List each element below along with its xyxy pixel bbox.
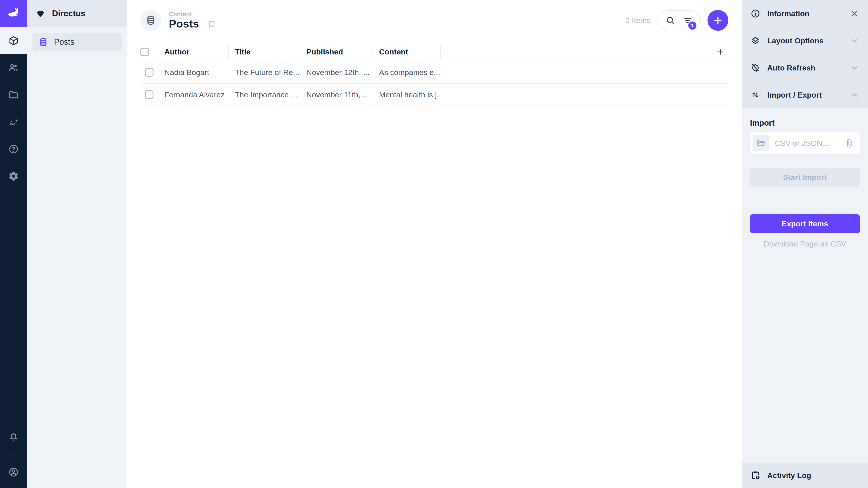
column-header-title[interactable]: Title [229,45,301,59]
user-circle-icon [8,467,19,478]
close-icon [849,8,860,19]
module-bar-divider [8,455,20,455]
search-button[interactable] [665,15,676,26]
select-all-cell [141,45,158,59]
chevron-down-icon [849,36,860,46]
import-heading: Import [750,119,860,127]
nav-sidebar: Directus Posts [27,0,127,488]
items-table: Author Title Published Content Nadia Bog… [141,43,729,106]
module-insights[interactable] [0,108,27,135]
sidebar-section-label: Auto Refresh [767,64,815,72]
title-block: Content Posts [169,11,199,30]
sidebar-item-posts[interactable]: Posts [32,33,122,51]
chevron-up-icon [849,90,860,100]
download-csv-link[interactable]: Download Page as CSV [750,239,860,248]
project-name: Directus [52,9,86,18]
plus-icon [716,47,725,57]
activity-log-label: Activity Log [767,471,811,480]
cell-title: The Importance ... [229,90,301,99]
collapse-section-control[interactable] [849,90,860,100]
cell-content: As companies e... [373,68,441,77]
sync-disabled-icon [750,63,761,73]
expand-section-control[interactable] [849,36,860,46]
search-filter-pill: 1 [657,10,701,30]
database-icon [146,15,156,26]
add-item-button[interactable] [708,10,728,31]
table-header-row: Author Title Published Content [141,43,729,61]
module-bar-spacer [0,190,27,424]
page-title: Posts [169,18,199,30]
cell-author: Nadia Bogart [158,68,229,77]
directus-logo-button[interactable] [0,0,27,27]
row-checkbox[interactable] [145,68,153,76]
user-menu-button[interactable] [0,459,27,486]
sidebar-section-layout-options[interactable]: Layout Options [742,27,868,54]
start-import-button[interactable]: Start Import [750,168,860,187]
table-row[interactable]: Fernanda Alvarez The Importance ... Nove… [141,84,729,106]
cell-published: November 12th, ... [301,68,373,77]
items-count: 2 Items [625,16,651,25]
row-select-cell [141,90,158,99]
chevron-down-icon [849,63,860,73]
module-content[interactable] [0,27,27,54]
cell-title: The Future of Re... [229,68,301,77]
sidebar-section-information[interactable]: Information [742,0,868,27]
filter-button[interactable]: 1 [682,15,693,26]
sidebar-section-import-export[interactable]: Import / Export [742,81,868,108]
bookmark-button[interactable] [207,20,217,29]
cell-author: Fernanda Alvarez [158,90,229,99]
collection-icon-button[interactable] [141,10,161,31]
fan-project-icon [35,8,46,19]
export-items-button[interactable]: Export Items [750,214,860,233]
directus-rabbit-logo-icon [6,6,21,21]
project-header[interactable]: Directus [27,0,127,27]
filter-count-badge: 1 [688,22,696,30]
folder-open-icon [756,138,766,148]
import-file-field[interactable] [775,139,844,148]
users-icon [8,62,19,73]
module-users[interactable] [0,54,27,81]
import-file-input[interactable] [750,132,860,154]
browse-file-button[interactable] [753,135,769,151]
module-files[interactable] [0,81,27,108]
module-settings[interactable] [0,163,27,190]
main-content: Content Posts 2 Items [127,0,742,488]
attach-file-button[interactable] [844,138,854,148]
database-icon [38,37,48,47]
bookmark-icon [207,20,217,29]
sidebar-section-label: Import / Export [767,91,822,99]
cell-content: Mental health is j... [373,90,441,99]
column-header-author[interactable]: Author [158,45,229,59]
activity-log-icon [750,470,761,480]
select-all-checkbox[interactable] [141,48,149,56]
app-window: Directus Posts Content [0,0,868,488]
activity-log-button[interactable]: Activity Log [742,463,868,488]
layers-icon [750,36,761,46]
sidebar-item-label: Posts [54,37,74,47]
panel-divider [750,200,860,200]
table-row[interactable]: Nadia Bogart The Future of Re... Novembe… [141,61,729,84]
settings-icon [8,171,19,182]
import-export-panel: Import Start Import Export Items [742,108,868,248]
column-header-content[interactable]: Content [373,45,441,59]
import-export-icon [750,90,761,100]
plus-icon [712,15,723,26]
add-column-button[interactable] [441,45,729,59]
expand-section-control[interactable] [849,63,860,73]
page-header: Content Posts 2 Items [127,0,742,31]
search-icon [665,15,676,26]
column-header-published[interactable]: Published [301,45,373,59]
module-help[interactable] [0,135,27,163]
right-sidebar: Information Layout Options [742,0,868,488]
row-select-cell [141,68,158,76]
info-icon [750,8,761,19]
bell-icon [8,432,19,443]
close-sidebar-button[interactable] [849,8,860,19]
sidebar-section-auto-refresh[interactable]: Auto Refresh [742,54,868,81]
paperclip-icon [844,138,854,148]
header-actions: 2 Items 1 [625,10,728,31]
breadcrumb[interactable]: Content [169,11,199,18]
row-checkbox[interactable] [145,90,153,99]
notifications-button[interactable] [0,424,27,451]
box-icon [8,35,19,46]
